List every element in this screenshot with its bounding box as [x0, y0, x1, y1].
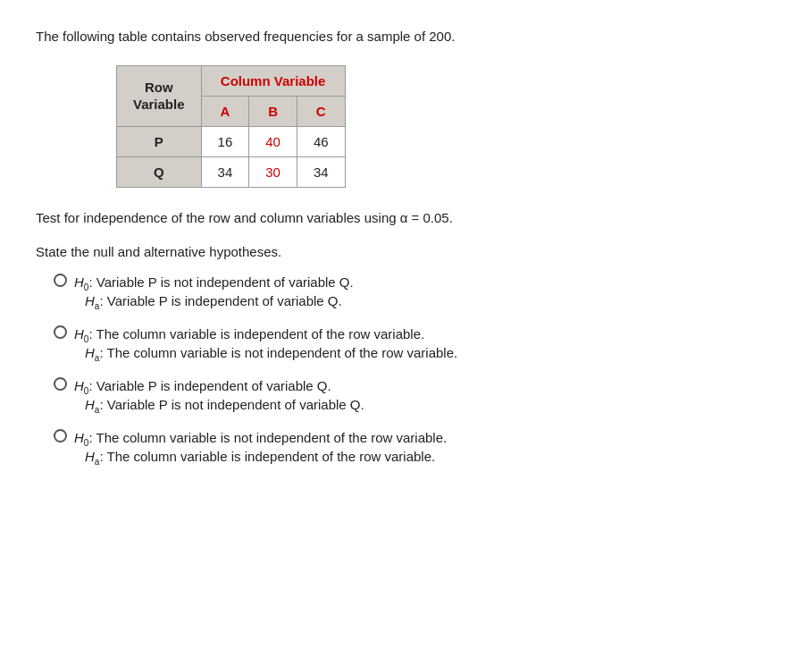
- h0-text-4: H0: The column variable is not independe…: [74, 430, 447, 448]
- ha-line-3: Ha: Variable P is not independent of var…: [85, 397, 776, 415]
- radio-1[interactable]: [54, 274, 67, 287]
- intro-text: The following table contains observed fr…: [36, 27, 776, 47]
- ha-text-2: Ha: The column variable is not independe…: [85, 345, 457, 363]
- h0-line-4: H0: The column variable is not independe…: [54, 427, 776, 448]
- cell-p-a: 16: [201, 126, 249, 156]
- cell-p-b: 40: [249, 126, 297, 156]
- h0-text-2: H0: The column variable is independent o…: [74, 326, 424, 344]
- ha-text-1: Ha: Variable P is independent of variabl…: [85, 293, 342, 311]
- radio-3[interactable]: [54, 377, 67, 391]
- radio-4[interactable]: [54, 429, 67, 442]
- h0-line-3: H0: Variable P is independent of variabl…: [54, 375, 776, 396]
- contingency-table: RowVariable Column Variable A B C P 16 4…: [116, 65, 346, 188]
- row-label-p: P: [117, 126, 202, 156]
- h0-text-1: H0: Variable P is not independent of var…: [74, 274, 354, 292]
- ha-text-3: Ha: Variable P is not independent of var…: [85, 397, 364, 415]
- ha-line-4: Ha: The column variable is independent o…: [85, 449, 776, 467]
- ha-line-2: Ha: The column variable is not independe…: [85, 345, 776, 363]
- row-variable-header: RowVariable: [117, 65, 202, 126]
- row-label-q: Q: [117, 156, 202, 187]
- cell-q-b: 30: [249, 156, 297, 187]
- cell-p-c: 46: [297, 126, 345, 156]
- h0-line-2: H0: The column variable is independent o…: [54, 324, 776, 344]
- hypothesis-option-2: H0: The column variable is independent o…: [54, 324, 776, 363]
- hypothesis-option-3: H0: Variable P is independent of variabl…: [54, 375, 776, 415]
- column-variable-header: Column Variable: [201, 65, 345, 96]
- col-header-b: B: [249, 96, 297, 126]
- h0-text-3: H0: Variable P is independent of variabl…: [74, 378, 331, 396]
- radio-2[interactable]: [54, 325, 67, 339]
- state-hypotheses-text: State the null and alternative hypothese…: [36, 241, 776, 263]
- cell-q-a: 34: [201, 156, 249, 187]
- col-header-a: A: [201, 96, 249, 126]
- ha-line-1: Ha: Variable P is independent of variabl…: [85, 293, 776, 311]
- test-text: Test for independence of the row and col…: [36, 207, 776, 229]
- hypothesis-option-4: H0: The column variable is not independe…: [54, 427, 776, 467]
- col-header-c: C: [297, 96, 345, 126]
- table-wrapper: RowVariable Column Variable A B C P 16 4…: [116, 65, 776, 188]
- h0-line-1: H0: Variable P is not independent of var…: [54, 272, 776, 292]
- ha-text-4: Ha: The column variable is independent o…: [85, 449, 435, 467]
- hypothesis-option-1: H0: Variable P is not independent of var…: [54, 272, 776, 311]
- cell-q-c: 34: [297, 156, 345, 187]
